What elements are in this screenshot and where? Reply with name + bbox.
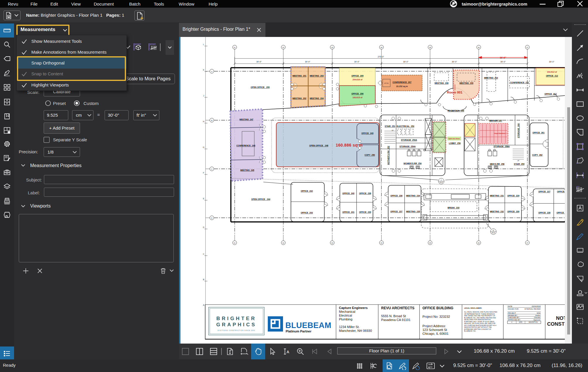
svg-text:Split into three: Split into three (449, 138, 460, 140)
svg-text:F: F (203, 172, 204, 174)
svg-text:INTERNAL REVIEW: INTERNAL REVIEW (524, 308, 541, 310)
svg-text:Checker: Checker (534, 317, 541, 318)
svg-text:A6.02: A6.02 (439, 182, 443, 183)
svg-text:Platinum Partner: Platinum Partner (286, 329, 312, 333)
svg-text:OFFICE 238: OFFICE 238 (359, 192, 371, 194)
svg-text:OFFICE BUILDING: OFFICE BUILDING (422, 306, 453, 310)
svg-text:MEETING 231: MEETING 231 (490, 195, 504, 197)
svg-text:L: L (203, 43, 204, 45)
svg-text:MEETING 245: MEETING 245 (240, 169, 254, 171)
svg-text:A: A (203, 304, 204, 306)
svg-text:MEETING 235: MEETING 235 (406, 210, 420, 213)
svg-text:23.152 sq m: 23.152 sq m (396, 85, 408, 88)
svg-text:02: 02 (282, 242, 284, 244)
svg-text:07: 07 (526, 47, 528, 48)
svg-text:CONFERENCE 211: CONFERENCE 211 (510, 81, 529, 84)
svg-text:193.615 sf: 193.615 sf (352, 96, 362, 98)
svg-text:Manchester, NH 06930: Manchester, NH 06930 (339, 329, 372, 332)
svg-text:BLUEBEAM, INC.: BLUEBEAM, INC. (464, 330, 476, 332)
svg-text:G: G (203, 146, 204, 148)
svg-text:OFFICE 243: OFFICE 243 (301, 212, 313, 214)
svg-text:A: A (211, 71, 212, 72)
svg-text:H: H (203, 120, 204, 123)
svg-text:MEETING 204: MEETING 204 (310, 97, 324, 99)
svg-text:CHECKED BY:: CHECKED BY: (508, 317, 520, 318)
svg-text:MEN'S RR 258: MEN'S RR 258 (490, 163, 505, 165)
svg-text:REVU ARCHITECTS: REVU ARCHITECTS (381, 306, 415, 310)
svg-text:DRAWN BY:: DRAWN BY: (508, 315, 518, 316)
svg-text:MEETING 209: MEETING 209 (459, 82, 473, 84)
svg-text:DEMONSTRATION SET WITHOUT THE: DEMONSTRATION SET WITHOUT THE (464, 326, 492, 328)
svg-text:OFFICE 206: OFFICE 206 (351, 93, 363, 95)
svg-text:DATE: DATE (519, 322, 522, 323)
svg-text:LOBBY 256: LOBBY 256 (449, 142, 461, 144)
svg-text:Electrical: Electrical (339, 314, 352, 317)
svg-text:DATE: DATE (508, 305, 512, 307)
svg-text:MOTHER'S RM 252: MOTHER'S RM 252 (387, 146, 389, 165)
svg-text:D: D (203, 226, 204, 228)
svg-text:A6.01: A6.01 (492, 232, 495, 234)
svg-text:GRAPHICS: GRAPHICS (216, 322, 257, 327)
svg-text:Mechanical: Mechanical (339, 310, 355, 313)
svg-text:ALL IDEAS, DESIGNS, AND PLANS: ALL IDEAS, DESIGNS, AND PLANS INDICATED (464, 311, 497, 313)
svg-text:OFFICE 237: OFFICE 237 (390, 210, 402, 213)
svg-text:ANY PURPOSE WHATSOEVER EXCEPT: ANY PURPOSE WHATSOEVER EXCEPT AS A (464, 325, 497, 326)
svg-text:123 Schonsett St: 123 Schonsett St (422, 328, 447, 332)
svg-text:07: 07 (526, 242, 528, 244)
svg-text:30'-0": 30'-0" (354, 61, 359, 63)
svg-text:OFFICE 242: OFFICE 242 (301, 190, 313, 192)
svg-text:OFFICE 22: OFFICE 22 (557, 191, 565, 193)
svg-text:03: 03 (331, 242, 333, 244)
svg-text:A7.01: A7.01 (384, 82, 388, 84)
svg-text:03: 03 (331, 47, 333, 48)
svg-text:STORAGE 260: STORAGE 260 (517, 123, 519, 138)
svg-text:SERVER 257: SERVER 257 (489, 120, 502, 122)
svg-text:RECEPTION 255: RECEPTION 255 (448, 110, 464, 112)
svg-text:COPY 250: COPY 250 (364, 154, 375, 156)
svg-text:Chicago, IL 60601: Chicago, IL 60601 (422, 332, 449, 335)
svg-text:Author: Author (535, 315, 541, 316)
svg-text:01: 01 (234, 47, 236, 48)
svg-text:ISSUED FOR:: ISSUED FOR: (508, 308, 519, 310)
svg-text:DIGITISING CONSTRUCTION SINCE: DIGITISING CONSTRUCTION SINCE 2003 (218, 330, 255, 331)
svg-text:204.512 sf: 204.512 sf (547, 71, 557, 73)
svg-text:30'-0": 30'-0" (500, 61, 506, 63)
svg-text:OFFICE 229: OFFICE 229 (507, 195, 519, 197)
svg-text:ELECTRICAL 253: ELECTRICAL 253 (397, 125, 414, 127)
svg-text:MEETING 232: MEETING 232 (490, 210, 504, 213)
svg-text:OFFICE 228: OFFICE 228 (538, 212, 550, 214)
svg-text:OFFICE 226: OFFICE 226 (556, 212, 565, 214)
svg-text:MEETING 202: MEETING 202 (292, 97, 306, 99)
svg-text:DEVELOPED FOR DEMONSTRATION: DEVELOPED FOR DEMONSTRATION (464, 319, 491, 320)
svg-text:160.886 sq m: 160.886 sq m (336, 143, 363, 147)
svg-text:05: 05 (429, 47, 431, 48)
svg-text:06: 06 (478, 47, 480, 48)
svg-text:UP: UP (517, 160, 519, 162)
svg-text:DESCRIPTION: DESCRIPTION (529, 322, 538, 323)
svg-text:BREAK 233: BREAK 233 (448, 207, 460, 209)
svg-text:Pasadena CA 91101: Pasadena CA 91101 (381, 318, 410, 322)
svg-text:PROJECT: PROJECT (508, 312, 516, 314)
svg-text:30'-0": 30'-0" (500, 56, 506, 59)
svg-text:B: B (203, 278, 204, 281)
svg-text:Project Address:: Project Address: (422, 324, 446, 328)
svg-text:01: 01 (234, 242, 236, 244)
svg-text:30'-0": 30'-0" (305, 61, 310, 63)
svg-text:ARE OWNED AND ARE THE PROPERTY: ARE OWNED AND ARE THE PROPERTY OF (464, 315, 495, 317)
svg-text:WOMEN'S RR 254: WOMEN'S RR 254 (403, 162, 422, 164)
svg-text:CONFERENCE 246: CONFERENCE 246 (236, 145, 255, 147)
svg-text:BLUEBEAM, INC. AND WERE CREATE: BLUEBEAM, INC. AND WERE CREATED AND (464, 317, 496, 319)
svg-text:Capture Engineers: Capture Engineers (339, 306, 368, 310)
svg-text:PURPOSES ONLY. NONE OF SUCH ID: PURPOSES ONLY. NONE OF SUCH IDEAS, (464, 321, 495, 322)
svg-text:03/04/2018: 03/04/2018 (532, 305, 541, 307)
svg-text:B: B (211, 120, 212, 121)
svg-text:OFFICE 249: OFFICE 249 (361, 132, 373, 134)
svg-text:5555 N. Broad St: 5555 N. Broad St (381, 314, 406, 318)
svg-text:Approver: Approver (534, 319, 541, 321)
svg-text:06: 06 (478, 242, 480, 244)
svg-text:OPEN OFFICE 244: OPEN OFFICE 244 (251, 198, 270, 200)
svg-text:STORAGE 253A: STORAGE 253A (401, 139, 417, 141)
svg-text:OPEN OFFICE 248: OPEN OFFICE 248 (309, 145, 328, 147)
svg-text:204.616 sf: 204.616 sf (352, 79, 362, 81)
svg-text:OFFICE 227: OFFICE 227 (538, 191, 550, 193)
